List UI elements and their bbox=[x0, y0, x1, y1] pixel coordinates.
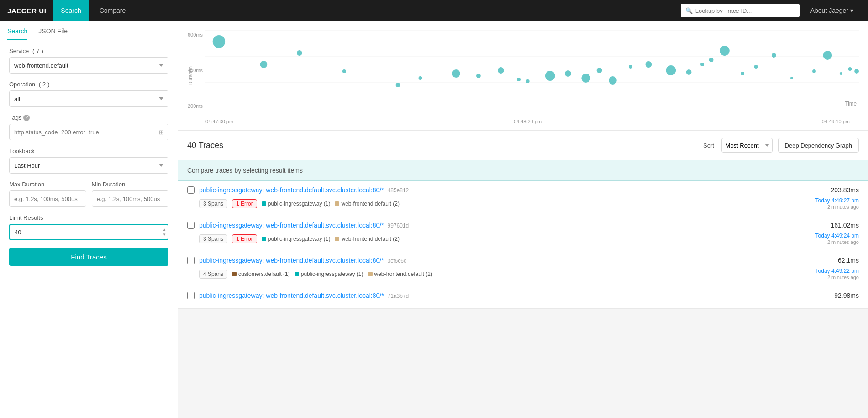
trace-row-header: public-ingressgateway: web-frontend.defa… bbox=[187, 222, 859, 229]
lookback-group: Lookback Last Hour Last 2 Hours Last 3 H… bbox=[9, 148, 168, 174]
service-select[interactable]: web-frontend.default public-ingressgatew… bbox=[9, 57, 168, 74]
trace-1-service-2: web-frontend.default (2) bbox=[335, 201, 399, 207]
trace-1-duration: 203.83ms bbox=[831, 186, 859, 194]
service-dot bbox=[368, 272, 373, 276]
sidebar-content: Service (7) web-frontend.default public-… bbox=[0, 40, 178, 273]
operation-label: Operation (2) bbox=[9, 81, 168, 88]
compare-banner: Compare traces by selecting result items bbox=[178, 160, 868, 181]
trace-2-id: 997601d bbox=[388, 222, 409, 229]
trace-1-title[interactable]: public-ingressgateway: web-frontend.defa… bbox=[199, 186, 826, 194]
trace-id-search-box[interactable]: 🔍 bbox=[681, 4, 800, 17]
trace-1-checkbox[interactable] bbox=[187, 186, 195, 194]
tags-input-wrapper: ⊞ bbox=[9, 124, 168, 140]
trace-id-input[interactable] bbox=[695, 7, 795, 14]
svg-point-19 bbox=[629, 65, 632, 69]
trace-2-title[interactable]: public-ingressgateway: web-frontend.defa… bbox=[199, 222, 826, 229]
trace-3-title[interactable]: public-ingressgateway: web-frontend.defa… bbox=[199, 257, 833, 264]
trace-3-id: 3cf6c6c bbox=[388, 258, 406, 264]
svg-point-14 bbox=[545, 71, 555, 81]
operation-select[interactable]: all GET POST bbox=[9, 90, 168, 107]
svg-point-11 bbox=[498, 67, 504, 74]
scatter-chart: Time bbox=[205, 30, 859, 108]
svg-point-25 bbox=[720, 46, 730, 56]
lookback-select[interactable]: Last Hour Last 2 Hours Last 3 Hours Last… bbox=[9, 157, 168, 174]
nav-search[interactable]: Search bbox=[53, 0, 88, 21]
trace-1-error: 1 Error bbox=[232, 199, 257, 208]
svg-point-27 bbox=[754, 65, 758, 69]
trace-3-service-3: web-frontend.default (2) bbox=[368, 271, 432, 277]
trace-4-checkbox[interactable] bbox=[187, 292, 195, 299]
trace-3-time-info: Today 4:49:22 pm 2 minutes ago bbox=[815, 268, 859, 280]
trace-1-time-info: Today 4:49:27 pm 2 minutes ago bbox=[815, 197, 859, 210]
traces-header: 40 Traces Sort: Most Recent Longest Firs… bbox=[178, 131, 868, 160]
trace-2-service-1: public-ingressgateway (1) bbox=[262, 236, 331, 242]
svg-point-13 bbox=[526, 79, 530, 83]
tags-help-icon[interactable]: ? bbox=[23, 115, 30, 121]
min-duration-input[interactable] bbox=[92, 190, 169, 207]
svg-point-30 bbox=[812, 69, 816, 73]
limit-input-wrapper: ▲ ▼ bbox=[9, 224, 168, 240]
sort-select[interactable]: Most Recent Longest First Shortest First… bbox=[721, 138, 773, 153]
trace-2-checkbox[interactable] bbox=[187, 222, 195, 229]
trace-3-meta: 4 Spans customers.default (1) public-ing… bbox=[199, 268, 859, 280]
service-dot bbox=[295, 272, 299, 276]
nav-compare[interactable]: Compare bbox=[92, 0, 133, 21]
svg-point-12 bbox=[517, 78, 521, 81]
trace-2-time-ago: 2 minutes ago bbox=[827, 239, 859, 245]
max-duration-label: Max Duration bbox=[9, 181, 86, 188]
trace-row-header: public-ingressgateway: web-frontend.defa… bbox=[187, 257, 859, 264]
tab-json-file[interactable]: JSON File bbox=[38, 21, 68, 40]
trace-4-title[interactable]: public-ingressgateway: web-frontend.defa… bbox=[199, 292, 830, 299]
traces-count: 40 Traces bbox=[187, 141, 698, 150]
about-jaeger-menu[interactable]: About Jaeger ▾ bbox=[803, 0, 861, 21]
max-duration-group: Max Duration bbox=[9, 181, 86, 207]
svg-point-9 bbox=[452, 69, 460, 78]
about-jaeger-label: About Jaeger bbox=[810, 7, 848, 14]
traces-list: public-ingressgateway: web-frontend.defa… bbox=[178, 181, 868, 309]
svg-point-22 bbox=[686, 69, 692, 75]
spinner-down[interactable]: ▼ bbox=[162, 233, 167, 237]
spinner-up[interactable]: ▲ bbox=[162, 228, 167, 232]
search-icon: 🔍 bbox=[685, 7, 693, 14]
svg-point-26 bbox=[741, 72, 744, 75]
service-dot bbox=[335, 201, 339, 206]
trace-4-duration: 92.98ms bbox=[834, 292, 859, 299]
service-dot bbox=[335, 237, 339, 241]
svg-text:Time: Time bbox=[845, 101, 857, 107]
max-duration-input[interactable] bbox=[9, 190, 86, 207]
tags-format-icon: ⊞ bbox=[159, 129, 164, 136]
x-label-2: 04:48:20 pm bbox=[514, 119, 542, 124]
trace-row: public-ingressgateway: web-frontend.defa… bbox=[178, 286, 868, 309]
lookback-label: Lookback bbox=[9, 148, 168, 154]
svg-point-18 bbox=[609, 76, 617, 85]
trace-2-spans: 3 Spans bbox=[199, 234, 227, 243]
find-traces-button[interactable]: Find Traces bbox=[9, 248, 168, 266]
brand-logo: JAEGER UI bbox=[7, 7, 46, 15]
trace-3-checkbox[interactable] bbox=[187, 257, 195, 264]
svg-point-5 bbox=[297, 50, 302, 56]
chart-y-label: Duration bbox=[188, 66, 193, 85]
deep-dependency-graph-button[interactable]: Deep Dependency Graph bbox=[778, 138, 859, 153]
chevron-down-icon: ▾ bbox=[850, 7, 853, 14]
limit-results-label: Limit Results bbox=[9, 214, 168, 221]
tags-input[interactable] bbox=[9, 124, 168, 140]
trace-row: public-ingressgateway: web-frontend.defa… bbox=[178, 181, 868, 216]
svg-point-20 bbox=[645, 61, 652, 68]
svg-point-29 bbox=[790, 77, 793, 79]
svg-point-21 bbox=[666, 65, 676, 75]
trace-3-service-2: public-ingressgateway (1) bbox=[295, 271, 363, 277]
service-dot bbox=[262, 201, 266, 206]
svg-point-3 bbox=[213, 35, 225, 48]
operation-group: Operation (2) all GET POST bbox=[9, 81, 168, 107]
trace-2-duration: 161.02ms bbox=[831, 222, 859, 229]
trace-1-service-1: public-ingressgateway (1) bbox=[262, 201, 331, 207]
duration-group: Max Duration Min Duration bbox=[9, 181, 168, 207]
limit-results-input[interactable] bbox=[9, 224, 168, 240]
sidebar-tabs: Search JSON File bbox=[0, 21, 178, 40]
svg-point-15 bbox=[565, 70, 571, 77]
chart-area: Duration 600ms 400ms 200ms bbox=[178, 21, 868, 131]
tab-search[interactable]: Search bbox=[7, 21, 27, 40]
service-group: Service (7) web-frontend.default public-… bbox=[9, 48, 168, 74]
x-label-1: 04:47:30 pm bbox=[205, 119, 233, 124]
trace-1-spans: 3 Spans bbox=[199, 199, 227, 208]
